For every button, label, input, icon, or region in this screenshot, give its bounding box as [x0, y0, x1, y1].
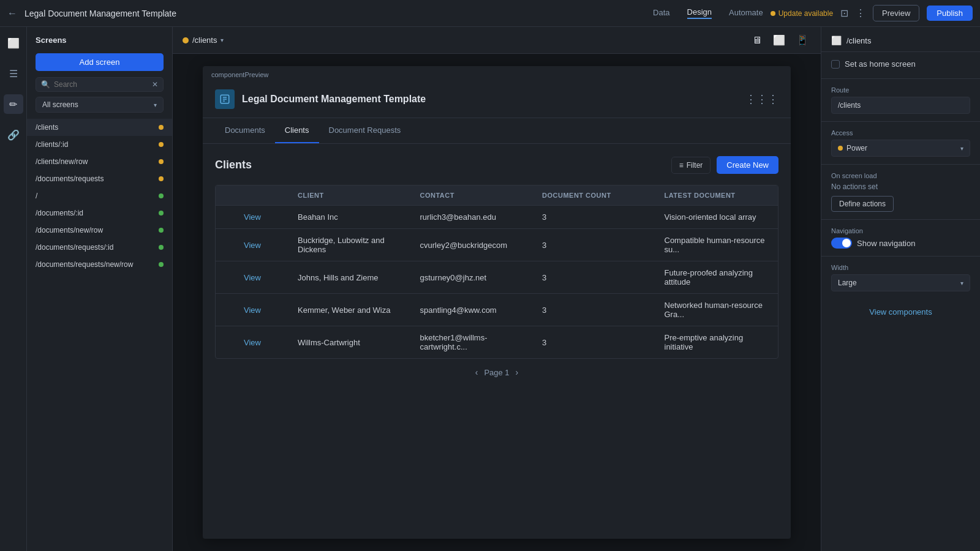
sidebar-layers-icon[interactable]: ☰ [4, 64, 23, 83]
screen-item-documents-new-row[interactable]: /documents/new/row [27, 222, 172, 239]
screens-panel-header: Screens [27, 27, 172, 50]
screen-list: /clients /clients/:id /clients/new/row /… [27, 119, 172, 551]
mobile-icon[interactable]: 📱 [794, 32, 811, 48]
search-input[interactable] [54, 80, 148, 89]
view-button-3[interactable]: View [216, 261, 289, 293]
icon-sidebar: ⬜ ☰ ✏ 🔗 [0, 27, 27, 551]
sidebar-screens-icon[interactable]: ⬜ [4, 33, 23, 53]
view-components-link[interactable]: View components [821, 299, 980, 325]
latest-doc-4: Networked human-resource Gra... [656, 294, 778, 326]
table-row: View Johns, Hills and Zieme gsturney0@jh… [216, 261, 778, 294]
screen-item-clients-id[interactable]: /clients/:id [27, 136, 172, 153]
client-name-4: Kemmer, Weber and Wiza [289, 294, 412, 326]
doc-count-3: 3 [533, 261, 656, 293]
nav-data[interactable]: Data [653, 8, 669, 18]
screen-item-label: /clients/:id [36, 140, 154, 149]
sidebar-link-icon[interactable]: 🔗 [4, 125, 23, 144]
canvas-screen-label: /clients [192, 36, 217, 45]
nav-clients[interactable]: Clients [275, 118, 319, 143]
filter-dropdown[interactable]: All screens ▾ [36, 97, 164, 113]
preview-button[interactable]: Preview [873, 5, 919, 21]
screen-item-clients[interactable]: /clients [27, 119, 172, 136]
component-preview-label: componentPreview [203, 66, 791, 81]
app-menu-icon[interactable]: ⋮⋮⋮ [745, 92, 778, 106]
screen-item-root[interactable]: / [27, 187, 172, 204]
tablet-icon[interactable]: ⬜ [771, 32, 788, 48]
client-name-2: Buckridge, Lubowitz and Dickens [289, 229, 412, 261]
client-name-5: Willms-Cartwright [289, 326, 412, 358]
desktop-icon[interactable]: 🖥 [750, 32, 764, 48]
view-button-2[interactable]: View [216, 229, 289, 261]
right-panel: ⬜ /clients Set as home screen Route Acce… [821, 27, 980, 551]
panel-screen-name: /clients [846, 36, 871, 45]
sidebar-design-icon[interactable]: ✏ [4, 94, 23, 114]
app-nav: Documents Clients Document Requests [203, 118, 791, 144]
clients-header: Clients ≡ Filter Create New [215, 156, 778, 174]
screen-dot-icon [159, 142, 164, 147]
define-actions-button[interactable]: Define actions [831, 196, 894, 212]
update-dot-icon [771, 11, 775, 16]
on-screen-load-label: On screen load [831, 172, 970, 179]
view-button-1[interactable]: View [216, 206, 289, 228]
nav-design[interactable]: Design [687, 7, 712, 19]
set-home-checkbox[interactable] [831, 60, 840, 69]
publish-button[interactable]: Publish [927, 6, 973, 21]
latest-doc-2: Compatible human-resource su... [656, 229, 778, 261]
add-screen-button[interactable]: Add screen [36, 53, 164, 71]
screen-item-label: /documents/requests/new/row [36, 260, 154, 269]
back-button[interactable]: ← [7, 8, 17, 19]
search-clear-icon[interactable]: ✕ [152, 80, 158, 89]
screens-panel: Screens Add screen 🔍 ✕ All screens ▾ /cl… [27, 27, 173, 551]
route-input[interactable] [831, 97, 970, 114]
nav-document-requests[interactable]: Document Requests [319, 118, 411, 143]
canvas-chevron-icon: ▾ [221, 37, 224, 43]
show-navigation-toggle[interactable] [831, 238, 852, 249]
search-box: 🔍 ✕ [36, 77, 164, 92]
contact-3: gsturney0@jhz.net [412, 261, 534, 293]
screen-dot-icon [159, 176, 164, 181]
client-name-3: Johns, Hills and Zieme [289, 261, 412, 293]
th-contact: CONTACT [412, 186, 534, 205]
doc-count-4: 3 [533, 294, 656, 326]
nav-documents[interactable]: Documents [215, 118, 275, 143]
screen-item-label: /clients/new/row [36, 157, 154, 166]
filter-button[interactable]: ≡ Filter [671, 157, 711, 174]
canvas-dot-icon [183, 37, 189, 43]
view-button-4[interactable]: View [216, 294, 289, 326]
canvas-screen-selector[interactable]: /clients ▾ [183, 36, 224, 45]
th-document-count: DOCUMENT COUNT [533, 186, 656, 205]
access-select-row: Power [838, 144, 867, 152]
set-home-row[interactable]: Set as home screen [831, 59, 970, 69]
screen-item-documents-requests[interactable]: /documents/requests [27, 170, 172, 187]
screen-item-documents-requests-id[interactable]: /documents/requests/:id [27, 239, 172, 256]
view-button-5[interactable]: View [216, 326, 289, 358]
screen-item-documents-id[interactable]: /documents/:id [27, 204, 172, 222]
navigation-label: Navigation [831, 227, 970, 234]
width-select[interactable]: Large ▾ [831, 274, 970, 291]
update-text: Update available [778, 9, 833, 18]
device-icon[interactable]: ⊡ [840, 7, 848, 19]
app-main-title: Legal Document Management Template [242, 94, 738, 105]
share-icon[interactable]: ⋮ [856, 7, 865, 19]
no-actions-text: No actions set [831, 182, 970, 191]
nav-automate[interactable]: Automate [729, 8, 763, 18]
screen-dot-icon [159, 159, 164, 164]
update-badge[interactable]: Update available [771, 9, 833, 18]
prev-page-button[interactable]: ‹ [475, 367, 478, 377]
create-new-button[interactable]: Create New [717, 156, 778, 174]
contact-4: spantling4@kww.com [412, 294, 534, 326]
width-section: Width Large ▾ [821, 256, 980, 299]
access-select[interactable]: Power ▾ [831, 140, 970, 157]
table-header: CLIENT CONTACT DOCUMENT COUNT LATEST DOC… [216, 186, 778, 206]
doc-count-5: 3 [533, 326, 656, 358]
access-dot-icon [838, 146, 843, 151]
access-section: Access Power ▾ [821, 121, 980, 164]
latest-doc-1: Vision-oriented local array [656, 206, 778, 228]
screen-item-clients-new-row[interactable]: /clients/new/row [27, 153, 172, 170]
next-page-button[interactable]: › [516, 367, 519, 377]
app-header: Legal Document Management Template ⋮⋮⋮ [203, 81, 791, 118]
topbar: ← Legal Document Management Template Dat… [0, 0, 980, 27]
page-label: Page 1 [484, 368, 509, 377]
screen-item-documents-requests-new-row[interactable]: /documents/requests/new/row [27, 256, 172, 273]
screen-item-label: /documents/:id [36, 209, 154, 217]
